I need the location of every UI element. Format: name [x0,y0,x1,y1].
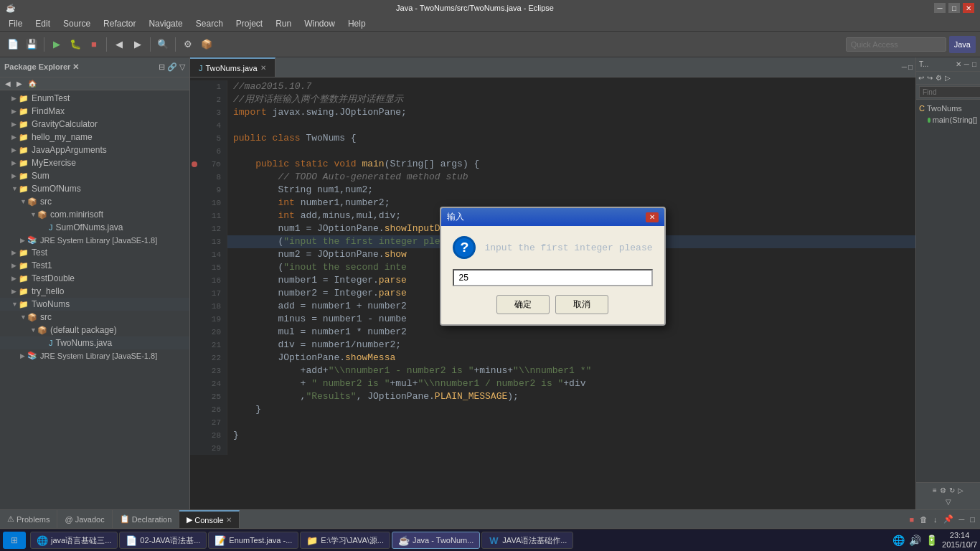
tree-item-enumtest[interactable]: ▶ 📁 EnumTest [0,92,189,105]
taskbar-item-doc[interactable]: 📄 02-JAVA语法基... [119,532,207,549]
menu-project[interactable]: Project [230,17,268,30]
tree-item-sumofnums-java[interactable]: ▶ J SumOfNums.java [0,221,189,234]
console-min-btn[interactable]: ─ [957,514,967,524]
tree-item-tryhello[interactable]: ▶ 📁 try_hello [0,285,189,298]
save-button[interactable]: 💾 [23,36,40,53]
menu-search[interactable]: Search [190,17,229,30]
clock-area[interactable]: 23:14 2015/10/7 [942,531,977,550]
dialog-cancel-button[interactable]: 取消 [555,295,608,314]
taskbar-folder-label: E:\学习\JAVA\源... [321,535,384,546]
right-tool-btn5[interactable]: ▽ [945,497,952,507]
refactor-button[interactable]: ⚙ [179,36,197,53]
tree-item-javaappargs[interactable]: ▶ 📁 JavaAppArguments [0,143,189,156]
dialog-confirm-button[interactable]: 确定 [496,295,550,314]
tree-item-testdouble[interactable]: ▶ 📁 TestDouble [0,272,189,285]
javadoc-tab[interactable]: @ Javadoc [57,510,112,528]
organize-imports-button[interactable]: 📦 [198,36,215,53]
tree-item-sumofnums[interactable]: ▼ 📁 SumOfNums [0,182,189,195]
back-nav-icon[interactable]: ◀ [3,79,13,88]
tray-sound-icon[interactable]: 🔊 [909,534,921,546]
home-icon[interactable]: 🏠 [26,79,39,88]
link-with-editor-icon[interactable]: 🔗 [167,62,177,72]
minimize-button[interactable]: ─ [934,3,946,13]
tree-item-twonums[interactable]: ▼ 📁 TwoNums [0,298,189,311]
console-max-btn[interactable]: □ [968,514,977,524]
right-tool-btn4[interactable]: ▷ [957,486,964,495]
menu-file[interactable]: File [3,17,28,30]
forward-button[interactable]: ▶ [129,36,146,53]
forward-nav-icon[interactable]: ▶ [14,79,24,88]
console-clear-btn[interactable]: 🗑 [918,514,930,524]
tree-item-hello[interactable]: ▶ 📁 hello_my_name [0,131,189,143]
outline-find-input[interactable] [919,86,980,98]
maximize-button[interactable]: □ [948,3,960,13]
right-tool-btn1[interactable]: ≡ [932,486,938,495]
debug-panel-max-icon[interactable]: □ [971,60,977,69]
editor-tab-twonums[interactable]: J TwoNums.java ✕ [190,57,275,77]
tree-item-src1[interactable]: ▼ 📦 src [0,195,189,208]
taskbar-item-enum[interactable]: 📝 EnumTest.java -... [208,532,298,549]
dialog-close-button[interactable]: ✕ [646,212,659,222]
debug-panel-min-icon[interactable]: ─ [963,60,970,69]
tree-item-test[interactable]: ▶ 📁 Test [0,246,189,259]
tree-item-twonums-java[interactable]: ▶ J TwoNums.java [0,336,189,349]
tray-battery-icon[interactable]: 🔋 [925,534,938,546]
search-button[interactable]: 🔍 [154,36,171,53]
tree-item-default-pkg[interactable]: ▼ 📦 (default package) [0,324,189,336]
taskbar-item-browser[interactable]: 🌐 java语言基础三... [30,532,118,549]
tree-item-com-minirisoft[interactable]: ▼ 📦 com.minirisoft [0,208,189,221]
dialog-input-field[interactable] [453,269,652,286]
quick-access-input[interactable] [846,37,946,52]
tree-item-gravitycalculator[interactable]: ▶ 📁 GravityCalculator [0,118,189,131]
taskbar-item-word[interactable]: W JAVA语法基础作... [481,532,573,549]
tab-close-button[interactable]: ✕ [260,64,266,72]
debug-tool3[interactable]: ⚙ [935,73,943,83]
view-menu-icon[interactable]: ▽ [179,62,185,72]
debug-tool4[interactable]: ▷ [944,73,951,83]
minimize-editor-icon[interactable]: ─ [902,63,907,71]
menu-refactor[interactable]: Refactor [98,17,141,30]
outline-main-method[interactable]: main(String[] [919,114,977,126]
back-button[interactable]: ◀ [110,36,128,53]
menu-run[interactable]: Run [270,17,297,30]
debug-tool2[interactable]: ↪ [926,73,933,83]
console-tab[interactable]: ▶ Console ✕ [179,510,239,528]
tree-item-jre1[interactable]: ▶ 📚 JRE System Library [JavaSE-1.8] [0,234,189,246]
taskbar-item-eclipse[interactable]: ☕ Java - TwoNum... [392,532,480,549]
tree-item-myexercise[interactable]: ▶ 📁 MyExercise [0,156,189,169]
console-pin-btn[interactable]: 📌 [941,514,956,524]
console-stop-btn[interactable]: ■ [907,514,916,524]
menu-edit[interactable]: Edit [29,17,56,30]
tree-item-sum[interactable]: ▶ 📁 Sum [0,169,189,182]
menu-navigate[interactable]: Navigate [143,17,188,30]
taskbar-item-folder[interactable]: 📁 E:\学习\JAVA\源... [300,532,390,549]
console-tab-close[interactable]: ✕ [226,516,232,524]
start-button[interactable]: ⊞ [3,532,26,549]
java-perspective-button[interactable]: Java [949,36,976,53]
run-button[interactable]: ▶ [48,36,65,53]
tree-item-test1[interactable]: ▶ 📁 Test1 [0,259,189,272]
menu-window[interactable]: Window [298,17,341,30]
right-tool-btn3[interactable]: ↻ [948,486,956,495]
declaration-tab[interactable]: 📋 Declaration [113,510,180,528]
new-button[interactable]: 📄 [4,36,22,53]
tree-item-src2[interactable]: ▼ 📦 src [0,311,189,324]
maximize-editor-icon[interactable]: □ [908,63,913,71]
console-scroll-btn[interactable]: ↓ [931,514,940,524]
collapse-all-icon[interactable]: ⊟ [159,62,165,72]
taskbar-time: 23:14 [942,531,977,540]
debug-panel-close-icon[interactable]: ✕ [955,60,962,69]
tray-network-icon[interactable]: 🌐 [892,534,905,546]
debug-tool1[interactable]: ↩ [918,73,925,83]
tree-item-findmax[interactable]: ▶ 📁 FindMax [0,105,189,118]
code-view[interactable]: 1 //mao2015.10.7 2 //用对话框输入两个整数并用对话框显示 3… [190,77,915,509]
menu-help[interactable]: Help [342,17,372,30]
tree-item-jre2[interactable]: ▶ 📚 JRE System Library [JavaSE-1.8] [0,349,189,362]
menu-source[interactable]: Source [57,17,96,30]
close-button[interactable]: ✕ [963,3,974,13]
problems-tab[interactable]: ⚠ Problems [0,510,57,528]
right-tool-btn2[interactable]: ⚙ [939,486,947,495]
outline-twonums-class[interactable]: C TwoNums [919,103,977,114]
stop-button[interactable]: ■ [85,36,103,53]
debug-button[interactable]: 🐛 [67,36,84,53]
